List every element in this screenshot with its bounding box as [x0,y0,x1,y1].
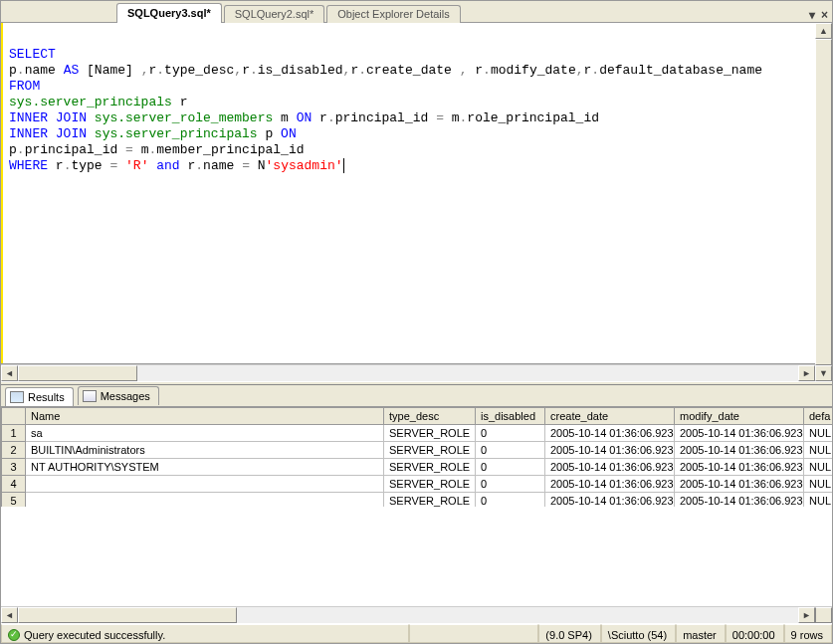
scroll-thumb[interactable] [18,607,237,623]
text-cursor [343,158,344,173]
cell-default-db[interactable]: NUL [804,476,833,493]
cell-default-db[interactable]: NUL [804,493,833,508]
table-row[interactable]: 3NT AUTHORITY\SYSTEMSERVER_ROLE02005-10-… [2,459,833,476]
cell-is-disabled[interactable]: 0 [476,459,545,476]
status-rowcount: 9 rows [784,624,832,643]
cell-modify-date[interactable]: 2005-10-14 01:36:06.923 [675,476,804,493]
results-table[interactable]: Name type_desc is_disabled create_date m… [1,407,832,507]
row-header[interactable]: 3 [2,459,26,476]
cell-is-disabled[interactable]: 0 [476,476,545,493]
results-tab-bar: Results Messages [1,385,832,407]
editor-hscrollbar[interactable]: ◄ ► [1,364,815,381]
cell-type-desc[interactable]: SERVER_ROLE [384,459,476,476]
table-row[interactable]: 4SERVER_ROLE02005-10-14 01:36:06.9232005… [2,476,833,493]
scroll-right-icon[interactable]: ► [798,607,815,623]
col-header-is-disabled[interactable]: is_disabled [476,408,545,425]
results-grid-icon [10,391,24,403]
cell-name[interactable] [26,493,384,508]
row-header[interactable]: 1 [2,425,26,442]
cell-create-date[interactable]: 2005-10-14 01:36:06.923 [545,442,675,459]
scroll-up-icon[interactable]: ▲ [815,23,832,39]
cell-default-db[interactable]: NUL [804,459,833,476]
tab-results[interactable]: Results [5,387,74,406]
cell-is-disabled[interactable]: 0 [476,493,545,508]
sql-code[interactable]: SELECT p.name AS [Name] ,r.type_desc,r.i… [7,23,815,363]
scroll-down-icon[interactable]: ▼ [815,365,832,381]
table-row[interactable]: 2BUILTIN\AdministratorsSERVER_ROLE02005-… [2,442,833,459]
col-header-modify-date[interactable]: modify_date [675,408,804,425]
tab-object-explorer-details[interactable]: Object Explorer Details [326,5,461,23]
status-elapsed: 00:00:00 [726,624,784,643]
table-row[interactable]: 1saSERVER_ROLE02005-10-14 01:36:06.92320… [2,425,833,442]
cell-default-db[interactable]: NUL [804,442,833,459]
messages-icon [83,390,97,402]
results-hscrollbar[interactable]: ◄ ► [1,606,832,623]
tab-results-label: Results [28,391,65,403]
cell-is-disabled[interactable]: 0 [476,425,545,442]
cell-modify-date[interactable]: 2005-10-14 01:36:06.923 [675,459,804,476]
scroll-corner [815,607,832,623]
scroll-left-icon[interactable]: ◄ [1,607,18,623]
row-header[interactable]: 4 [2,476,26,493]
sql-editor[interactable]: SELECT p.name AS [Name] ,r.type_desc,r.i… [1,23,815,364]
cell-name[interactable] [26,476,384,493]
cell-create-date[interactable]: 2005-10-14 01:36:06.923 [545,459,675,476]
cell-modify-date[interactable]: 2005-10-14 01:36:06.923 [675,442,804,459]
scroll-left-icon[interactable]: ◄ [1,365,18,381]
scroll-right-icon[interactable]: ► [798,365,815,381]
scroll-thumb[interactable] [18,365,137,381]
row-header[interactable]: 5 [2,493,26,508]
scroll-track[interactable] [18,607,798,623]
document-tab-bar: SQLQuery3.sql* SQLQuery2.sql* Object Exp… [1,1,832,23]
row-header[interactable]: 2 [2,442,26,459]
col-header-name[interactable]: Name [26,408,384,425]
cell-type-desc[interactable]: SERVER_ROLE [384,493,476,508]
cell-is-disabled[interactable]: 0 [476,442,545,459]
cell-modify-date[interactable]: 2005-10-14 01:36:06.923 [675,493,804,508]
tab-overflow-icon[interactable]: ▾ [809,8,815,22]
status-message-cell: Query executed successfully. [1,624,409,643]
cell-name[interactable]: BUILTIN\Administrators [26,442,384,459]
tab-spacer [5,5,114,23]
cell-name[interactable]: NT AUTHORITY\SYSTEM [26,459,384,476]
cell-name[interactable]: sa [26,425,384,442]
tab-messages[interactable]: Messages [78,386,159,405]
editor-vscrollbar[interactable]: ▲ ▼ [815,23,832,381]
cell-modify-date[interactable]: 2005-10-14 01:36:06.923 [675,425,804,442]
cell-type-desc[interactable]: SERVER_ROLE [384,425,476,442]
scroll-vtrack[interactable] [815,39,832,365]
col-header-default-db[interactable]: defa [804,408,833,425]
cell-create-date[interactable]: 2005-10-14 01:36:06.923 [545,425,675,442]
status-empty [409,624,538,643]
cell-type-desc[interactable]: SERVER_ROLE [384,476,476,493]
tab-sqlquery3[interactable]: SQLQuery3.sql* [116,3,222,23]
cell-create-date[interactable]: 2005-10-14 01:36:06.923 [545,476,675,493]
status-version: (9.0 SP4) [538,624,600,643]
col-header-type-desc[interactable]: type_desc [384,408,476,425]
status-database: master [676,624,726,643]
cell-default-db[interactable]: NUL [804,425,833,442]
status-message: Query executed successfully. [24,629,165,641]
row-header-corner[interactable] [2,408,26,425]
status-bar: Query executed successfully. (9.0 SP4) \… [1,623,832,643]
scroll-vthumb[interactable] [815,39,832,365]
tab-sqlquery2[interactable]: SQLQuery2.sql* [224,5,324,23]
status-connection: \Sciutto (54) [601,624,676,643]
results-grid: Name type_desc is_disabled create_date m… [1,407,832,623]
cell-type-desc[interactable]: SERVER_ROLE [384,442,476,459]
status-ok-icon [8,629,20,641]
tab-messages-label: Messages [101,390,150,402]
cell-create-date[interactable]: 2005-10-14 01:36:06.923 [545,493,675,508]
close-tab-icon[interactable]: × [821,8,828,22]
table-row[interactable]: 5SERVER_ROLE02005-10-14 01:36:06.9232005… [2,493,833,508]
col-header-create-date[interactable]: create_date [545,408,675,425]
scroll-track[interactable] [18,365,798,381]
